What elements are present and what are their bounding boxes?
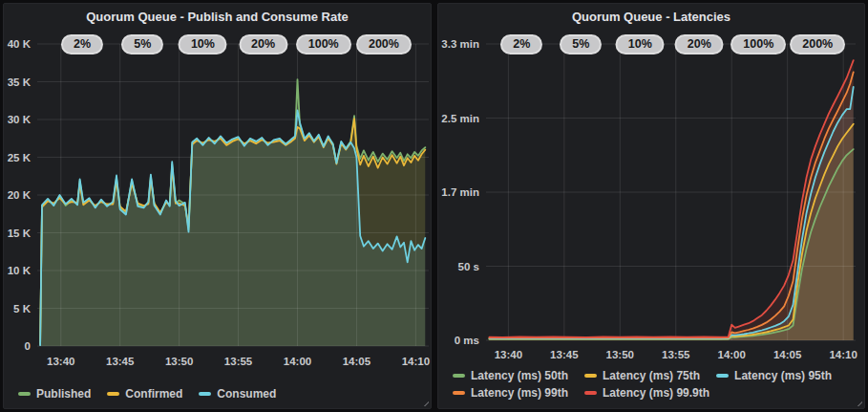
annotation-marker[interactable]: 2% — [500, 34, 542, 54]
time-series-chart[interactable]: 3.3 min2.5 min1.7 min50 s0 ms13:4013:451… — [438, 4, 864, 408]
y-tick-label: 3.3 min — [438, 37, 479, 51]
panel-publish-consume-rate: Quorum Queue - Publish and Consume Rate … — [3, 3, 432, 409]
legend-series-swatch-icon — [584, 391, 597, 395]
y-tick-label: 0 ms — [438, 334, 479, 347]
annotation-marker[interactable]: 20% — [239, 34, 287, 54]
panel-header: Quorum Queue - Publish and Consume Rate — [4, 4, 431, 29]
x-tick-label: 13:45 — [540, 348, 588, 361]
panel-header: Quorum Queue - Latencies — [438, 4, 864, 29]
x-tick-label: 14:00 — [274, 355, 322, 368]
x-tick-label: 14:10 — [819, 348, 865, 361]
legend-series-label: Latency (ms) 99.9th — [603, 386, 709, 400]
x-tick-label: 13:40 — [484, 348, 532, 361]
y-tick-label: 40 K — [4, 37, 31, 51]
x-tick-label: 13:50 — [156, 355, 203, 368]
legend: Latency (ms) 50thLatency (ms) 75thLatenc… — [453, 369, 855, 400]
y-tick-label: 10 K — [4, 264, 31, 277]
y-tick-label: 1.7 min — [438, 185, 479, 199]
y-tick-label: 5 K — [4, 302, 31, 315]
annotation-marker[interactable]: 10% — [179, 34, 227, 54]
annotation-marker[interactable]: 20% — [675, 34, 724, 54]
legend-series-swatch-icon — [107, 392, 119, 396]
legend-item[interactable]: Latency (ms) 50th — [453, 369, 568, 382]
y-tick-label: 35 K — [4, 76, 31, 89]
legend-series-label: Published — [36, 387, 91, 401]
legend-item[interactable]: Latency (ms) 75th — [584, 369, 700, 382]
x-tick-label: 14:05 — [764, 348, 812, 361]
y-tick-label: 0 — [4, 339, 31, 353]
x-tick-label: 14:00 — [708, 348, 755, 361]
legend-item[interactable]: Latency (ms) 95th — [716, 369, 832, 382]
annotation-marker[interactable]: 10% — [616, 34, 665, 54]
annotation-marker[interactable]: 100% — [296, 34, 351, 54]
legend-item[interactable]: Confirmed — [107, 387, 182, 401]
chart-canvas — [4, 4, 432, 409]
y-tick-label: 50 s — [438, 260, 479, 273]
legend-series-label: Confirmed — [125, 387, 182, 401]
annotation-marker[interactable]: 200% — [790, 34, 845, 54]
annotation-marker[interactable]: 5% — [560, 34, 602, 54]
x-tick-label: 13:50 — [596, 348, 644, 361]
x-tick-label: 13:40 — [37, 355, 85, 368]
legend-item[interactable]: Latency (ms) 99th — [453, 386, 568, 400]
panel-title[interactable]: Quorum Queue - Publish and Consume Rate — [86, 10, 348, 24]
annotation-marker[interactable]: 200% — [356, 34, 412, 54]
y-tick-label: 30 K — [4, 113, 31, 126]
annotation-marker[interactable]: 2% — [61, 34, 103, 54]
legend-series-swatch-icon — [716, 374, 729, 378]
legend-series-label: Latency (ms) 50th — [471, 369, 568, 382]
panel-title[interactable]: Quorum Queue - Latencies — [572, 10, 730, 24]
legend-item[interactable]: Published — [18, 387, 91, 401]
x-tick-label: 14:05 — [332, 355, 380, 368]
legend-item[interactable]: Consumed — [199, 387, 276, 401]
legend-series-swatch-icon — [18, 392, 31, 396]
series-fill — [490, 60, 854, 340]
legend-series-swatch-icon — [199, 392, 211, 396]
legend-series-swatch-icon — [584, 374, 597, 378]
y-tick-label: 20 K — [4, 188, 31, 202]
legend-series-label: Latency (ms) 75th — [603, 369, 700, 382]
legend: PublishedConfirmedConsumed — [18, 387, 421, 401]
legend-series-swatch-icon — [453, 391, 465, 395]
legend-item[interactable]: Latency (ms) 99.9th — [584, 386, 709, 400]
legend-series-swatch-icon — [453, 374, 465, 378]
annotation-marker[interactable]: 100% — [730, 34, 786, 54]
legend-series-label: Consumed — [217, 387, 276, 401]
legend-series-label: Latency (ms) 95th — [734, 369, 832, 382]
y-tick-label: 15 K — [4, 227, 31, 240]
x-tick-label: 13:55 — [652, 348, 700, 361]
panel-latencies: Quorum Queue - Latencies 3.3 min2.5 min1… — [437, 3, 865, 409]
x-tick-label: 13:45 — [96, 355, 144, 368]
grafana-dashboard: Quorum Queue - Publish and Consume Rate … — [0, 0, 868, 412]
annotation-marker[interactable]: 5% — [121, 34, 163, 54]
x-tick-label: 14:10 — [392, 355, 432, 368]
y-tick-label: 25 K — [4, 151, 31, 164]
y-tick-label: 2.5 min — [438, 112, 479, 125]
time-series-chart[interactable]: 40 K35 K30 K25 K20 K15 K10 K5 K013:4013:… — [4, 4, 431, 408]
x-tick-label: 13:55 — [215, 355, 263, 368]
legend-series-label: Latency (ms) 99th — [471, 386, 568, 400]
